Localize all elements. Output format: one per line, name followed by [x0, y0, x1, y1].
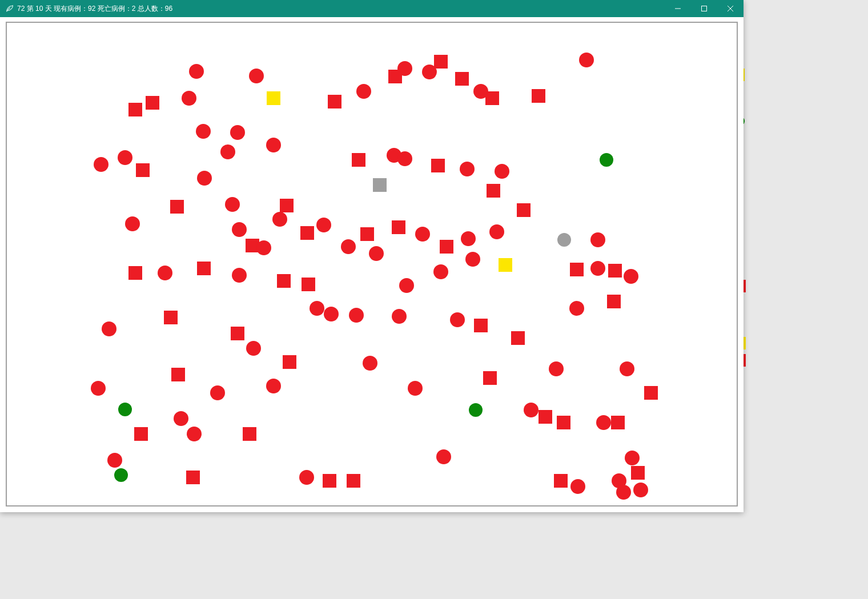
entity-green-circle — [118, 403, 132, 416]
entity-red-circle — [465, 252, 480, 267]
entity-red-circle — [220, 144, 235, 159]
entity-red-square — [532, 89, 545, 103]
titlebar[interactable]: 72 第 10 天 现有病例：92 死亡病例：2 总人数：96 — [0, 0, 744, 17]
entity-red-circle — [182, 91, 196, 106]
entity-red-circle — [624, 269, 638, 284]
entity-red-circle — [225, 197, 240, 212]
entity-red-square — [197, 262, 211, 275]
entity-red-square — [607, 295, 621, 308]
entity-red-circle — [489, 224, 504, 239]
minimize-button[interactable] — [665, 0, 691, 17]
entity-red-circle — [616, 485, 631, 500]
entity-red-square — [128, 266, 142, 280]
entity-red-circle — [460, 162, 475, 176]
entity-red-square — [352, 153, 365, 167]
entity-red-circle — [230, 125, 245, 140]
entity-red-circle — [461, 231, 476, 246]
entity-red-circle — [633, 483, 648, 497]
entity-red-square — [360, 227, 374, 241]
entity-red-circle — [125, 216, 140, 231]
entity-red-circle — [392, 309, 407, 324]
entity-red-square — [392, 220, 405, 234]
entity-red-square — [455, 72, 469, 86]
entity-red-circle — [189, 64, 204, 79]
entity-red-circle — [570, 479, 585, 494]
entity-red-circle — [349, 308, 364, 323]
entity-red-circle — [249, 69, 264, 83]
entity-red-square — [302, 278, 315, 291]
window-controls — [665, 0, 744, 17]
entity-red-square — [570, 263, 584, 276]
entity-red-square — [483, 371, 497, 385]
entity-red-square — [388, 70, 402, 83]
entity-red-circle — [450, 312, 465, 327]
entity-red-circle — [356, 84, 371, 99]
entity-red-square — [128, 103, 142, 116]
entity-red-square — [347, 474, 360, 488]
entity-red-circle — [310, 301, 324, 316]
entity-red-circle — [299, 470, 314, 485]
entity-red-circle — [341, 239, 356, 254]
entity-red-square — [146, 96, 159, 110]
entity-red-circle — [210, 385, 225, 400]
entity-red-circle — [187, 427, 202, 441]
entity-red-square — [283, 355, 296, 369]
entity-red-square — [644, 386, 658, 400]
entity-red-square — [231, 327, 244, 340]
entity-red-circle — [495, 164, 509, 179]
entity-red-square — [440, 240, 453, 254]
entity-red-square — [611, 416, 625, 429]
entity-red-circle — [158, 266, 172, 280]
entity-red-circle — [197, 171, 212, 186]
entity-red-square — [487, 184, 500, 198]
entity-green-circle — [600, 153, 613, 167]
app-icon — [5, 4, 14, 13]
entity-red-square — [280, 199, 294, 212]
entity-red-square — [431, 159, 445, 172]
entity-red-square — [323, 474, 336, 488]
entity-red-circle — [397, 151, 412, 166]
window-title: 72 第 10 天 现有病例：92 死亡病例：2 总人数：96 — [17, 4, 172, 14]
entity-red-circle — [107, 453, 122, 468]
entity-red-square — [485, 91, 499, 105]
entity-green-circle — [469, 403, 483, 417]
entity-red-square — [300, 226, 314, 240]
entity-red-circle — [436, 449, 451, 464]
entity-green-circle — [114, 468, 128, 482]
entity-red-square — [554, 474, 568, 488]
entity-yellow-square — [267, 91, 280, 105]
entity-red-circle — [118, 150, 132, 165]
entity-red-square — [539, 410, 552, 424]
entity-red-circle — [246, 341, 261, 356]
entity-red-square — [134, 427, 148, 441]
close-button[interactable] — [717, 0, 744, 17]
entity-red-circle — [549, 361, 564, 376]
entity-red-square — [186, 471, 200, 484]
entity-red-circle — [415, 227, 430, 242]
entity-red-square — [136, 163, 150, 177]
entity-red-circle — [174, 411, 188, 426]
entity-red-square — [608, 264, 622, 278]
entity-red-circle — [590, 232, 605, 247]
entity-red-circle — [579, 53, 594, 67]
entity-red-circle — [620, 361, 634, 376]
entity-red-circle — [94, 157, 108, 172]
maximize-button[interactable] — [691, 0, 717, 17]
entity-red-circle — [266, 379, 281, 393]
entity-red-circle — [272, 212, 287, 227]
entity-red-circle — [625, 451, 640, 465]
entity-red-square — [164, 311, 178, 324]
entity-gray-circle — [557, 233, 571, 247]
entity-red-circle — [232, 268, 247, 283]
entity-red-square — [328, 95, 341, 108]
entity-red-circle — [266, 138, 281, 152]
entity-red-circle — [369, 246, 384, 261]
entity-red-square — [557, 416, 570, 429]
entity-red-circle — [102, 321, 116, 336]
entity-red-circle — [524, 403, 539, 417]
entity-red-circle — [363, 356, 377, 371]
entity-red-circle — [590, 261, 605, 276]
entity-red-square — [243, 427, 256, 441]
entity-red-circle — [596, 415, 611, 430]
entity-red-square — [277, 274, 291, 288]
